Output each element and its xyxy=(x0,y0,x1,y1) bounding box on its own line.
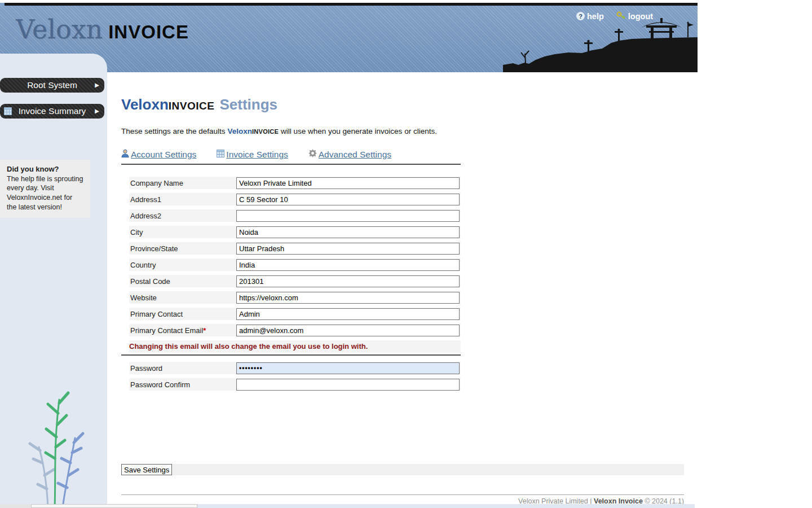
title-brand: Veloxn xyxy=(121,96,169,113)
password-confirm-label: Password Confirm xyxy=(129,380,236,389)
horizontal-scrollbar-corner xyxy=(0,504,31,508)
settings-tabs: Account Settings Invoice Settings xyxy=(121,149,391,160)
table-icon xyxy=(217,150,224,160)
logo-invoice: INVOICE xyxy=(108,21,189,43)
tab-advanced-settings[interactable]: Advanced Settings xyxy=(308,149,391,160)
form-row-password: Password xyxy=(129,362,461,374)
did-you-know-body: The help file is sprouting every day. Vi… xyxy=(7,174,83,213)
chevron-right-icon: ▶ xyxy=(95,108,99,114)
city-field[interactable] xyxy=(236,226,460,238)
save-settings-button[interactable]: Save Settings xyxy=(121,464,172,475)
pagoda-silhouette-graphic xyxy=(503,17,698,72)
form-row-country: Country xyxy=(129,259,461,271)
country-field[interactable] xyxy=(236,259,460,271)
form-row-password-confirm: Password Confirm xyxy=(129,378,461,391)
invoice-table-icon xyxy=(4,107,12,117)
province-state-field[interactable] xyxy=(236,243,460,255)
tab-account-settings[interactable]: Account Settings xyxy=(121,149,196,160)
logo-veloxn: Veloxn xyxy=(16,14,103,45)
form-row-primary-contact: Primary Contact xyxy=(129,308,461,320)
form-row-city: City xyxy=(129,226,461,238)
tab-account-settings-label: Account Settings xyxy=(131,150,196,160)
website-field[interactable] xyxy=(236,292,460,304)
sidebar: Root System ▶ Invoice Summary ▶ Did you … xyxy=(0,54,107,508)
did-you-know-title: Did you know? xyxy=(7,164,83,174)
intro-text: These settings are the defaults VeloxnIN… xyxy=(121,127,437,135)
intro-post: will use when you generate invoices or c… xyxy=(279,127,437,135)
sidebar-item-root-system[interactable]: Root System ▶ xyxy=(0,78,104,93)
primary-contact-label: Primary Contact xyxy=(129,310,236,318)
email-change-warning: Changing this email will also change the… xyxy=(129,340,461,353)
tab-invoice-settings[interactable]: Invoice Settings xyxy=(217,150,288,160)
primary-contact-field[interactable] xyxy=(236,308,460,320)
city-label: City xyxy=(129,228,236,237)
page-title: Veloxn INVOICE Settings xyxy=(121,96,277,113)
form-row-province-state: Province/State xyxy=(129,242,461,255)
save-button-strip: Save Settings xyxy=(121,464,684,475)
footer-divider xyxy=(121,494,684,495)
app-logo: Veloxn INVOICE xyxy=(16,14,189,45)
company-name-label: Company Name xyxy=(129,179,236,187)
form-row-website: Website xyxy=(129,291,461,304)
password-field[interactable] xyxy=(236,362,460,374)
title-brand2: INVOICE xyxy=(169,100,215,112)
form-row-postal-code: Postal Code xyxy=(129,275,461,287)
form-row-address2: Address2 xyxy=(129,209,461,222)
required-asterisk: * xyxy=(203,326,206,335)
address1-label: Address1 xyxy=(129,195,236,204)
chevron-right-icon: ▶ xyxy=(95,82,99,88)
company-name-field[interactable] xyxy=(236,177,460,189)
sidebar-item-invoice-summary[interactable]: Invoice Summary ▶ xyxy=(0,104,104,119)
primary-contact-email-label: Primary Contact Email* xyxy=(129,326,236,335)
postal-code-label: Postal Code xyxy=(129,277,236,286)
password-label: Password xyxy=(129,364,236,373)
sidebar-invoice-summary-label: Invoice Summary xyxy=(19,106,86,116)
tab-invoice-settings-label: Invoice Settings xyxy=(226,150,288,160)
form-row-company-name: Company Name xyxy=(129,177,461,189)
primary-contact-email-label-text: Primary Contact Email xyxy=(130,326,203,335)
horizontal-scrollbar-thumb[interactable] xyxy=(31,504,197,508)
password-form: Password Password Confirm xyxy=(129,362,461,395)
postal-code-field[interactable] xyxy=(236,275,460,287)
header-top-bar xyxy=(5,3,698,6)
province-state-label: Province/State xyxy=(129,244,236,253)
tabs-divider xyxy=(121,164,461,165)
title-suffix: Settings xyxy=(219,96,277,113)
country-label: Country xyxy=(129,261,236,269)
tab-advanced-settings-label: Advanced Settings xyxy=(319,150,391,160)
address1-field[interactable] xyxy=(236,194,460,205)
intro-brand2: INVOICE xyxy=(252,128,279,135)
password-confirm-field[interactable] xyxy=(236,379,460,391)
form-row-address1: Address1 xyxy=(129,193,461,205)
bamboo-plant-graphic xyxy=(14,384,99,508)
did-you-know-box: Did you know? The help file is sprouting… xyxy=(0,160,90,218)
form-row-primary-contact-email: Primary Contact Email* xyxy=(129,324,461,336)
password-section-divider xyxy=(121,354,461,356)
intro-brand: Veloxn xyxy=(227,127,252,135)
account-settings-form: Company Name Address1 Address2 City Prov… xyxy=(129,177,461,353)
primary-contact-email-field[interactable] xyxy=(236,325,460,336)
settings-page: Veloxn INVOICE Settings These settings a… xyxy=(107,72,698,508)
address2-field[interactable] xyxy=(236,210,460,222)
gear-icon xyxy=(308,149,317,160)
website-label: Website xyxy=(129,294,236,302)
address2-label: Address2 xyxy=(129,212,236,220)
intro-pre: These settings are the defaults xyxy=(121,127,227,135)
sidebar-root-system-label: Root System xyxy=(27,80,77,90)
user-icon xyxy=(121,149,129,160)
